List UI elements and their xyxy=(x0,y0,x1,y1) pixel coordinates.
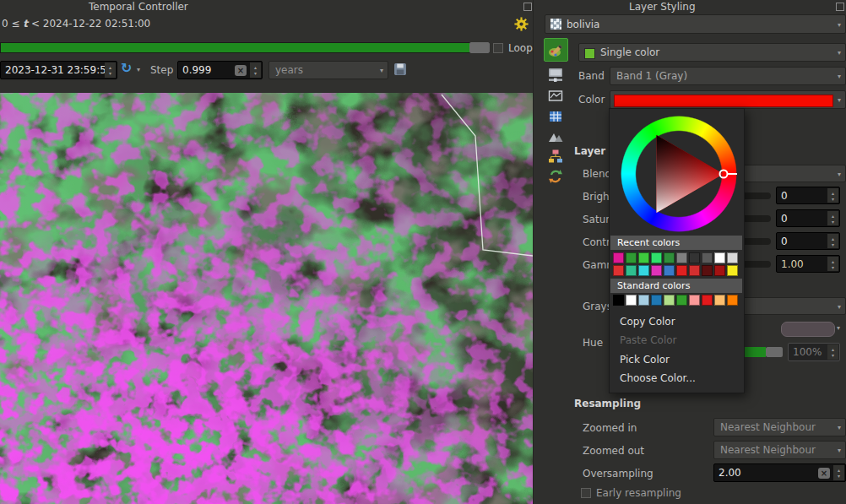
tab-histogram[interactable] xyxy=(544,85,567,107)
standard-colors-header: Standard colors xyxy=(610,279,742,293)
zoomed-out-value: Nearest Neighbour xyxy=(720,444,816,456)
brightness-spinbox[interactable]: 0 ▴▾ xyxy=(776,187,840,204)
color-swatch[interactable] xyxy=(638,265,649,276)
oversampling-spinbox[interactable]: 2.00 × ▴▾ xyxy=(713,463,846,482)
refresh-dropdown-arrow-icon[interactable]: ▾ xyxy=(137,66,140,73)
saturation-spinbox[interactable]: 0 ▴▾ xyxy=(776,209,840,227)
temporal-settings-gear-icon[interactable] xyxy=(514,17,529,35)
color-swatch[interactable] xyxy=(676,252,687,263)
early-resampling-label: Early resampling xyxy=(596,487,681,499)
brightness-spin-buttons[interactable]: ▴▾ xyxy=(827,188,838,203)
menu-item-pick-color[interactable]: Pick Color xyxy=(610,350,744,369)
tab-transparency[interactable] xyxy=(544,64,567,86)
color-swatch[interactable] xyxy=(664,265,675,276)
transparency-icon xyxy=(547,67,564,84)
color-swatch[interactable] xyxy=(702,252,713,263)
tab-history[interactable] xyxy=(544,165,567,187)
color-swatch[interactable] xyxy=(714,252,725,263)
renderer-combobox[interactable]: Single color ▾ xyxy=(578,43,846,62)
color-swatch[interactable] xyxy=(714,265,725,276)
grayscale-arrow-icon: ▾ xyxy=(838,302,841,310)
colorize-arrow-icon[interactable]: ▾ xyxy=(837,324,840,332)
color-swatch[interactable] xyxy=(727,265,738,276)
color-swatch[interactable] xyxy=(702,265,713,276)
history-arrows-icon xyxy=(547,168,564,185)
menu-item-choose-color[interactable]: Choose Color... xyxy=(610,369,744,387)
color-swatch[interactable] xyxy=(676,295,687,306)
export-animation-icon[interactable] xyxy=(393,62,407,79)
color-label: Color xyxy=(578,94,605,106)
step-unit-combobox[interactable]: years ▾ xyxy=(268,61,388,79)
color-swatch[interactable] xyxy=(651,295,662,306)
color-swatch[interactable] xyxy=(689,265,700,276)
oversampling-value: 2.00 xyxy=(719,467,741,479)
zoomed-in-combobox[interactable]: Nearest Neighbour ▾ xyxy=(713,418,846,436)
colorize-color-button[interactable] xyxy=(781,322,835,337)
color-swatch[interactable] xyxy=(689,295,700,306)
color-swatch[interactable] xyxy=(676,265,687,276)
step-spin-buttons[interactable]: ▴▾ xyxy=(250,62,261,78)
oversampling-clear-icon[interactable]: × xyxy=(818,468,830,479)
hue-strength-spin-buttons[interactable]: ▴▾ xyxy=(827,344,838,360)
color-swatch[interactable] xyxy=(638,295,649,306)
color-swatch[interactable] xyxy=(613,265,624,276)
hue-label: Hue xyxy=(583,337,603,349)
refresh-icon[interactable]: ↻ xyxy=(121,60,132,76)
timeline-slider-handle[interactable] xyxy=(469,42,490,53)
zoomed-out-label: Zoomed out xyxy=(583,445,644,457)
color-swatch[interactable] xyxy=(689,252,700,263)
contrast-spinbox[interactable]: 0 ▴▾ xyxy=(776,232,840,250)
menu-item-copy-color[interactable]: Copy Color xyxy=(610,312,744,331)
color-swatch[interactable] xyxy=(727,252,738,263)
color-swatch[interactable] xyxy=(714,295,725,306)
tab-symbology[interactable] xyxy=(544,38,568,62)
renderer-swatch xyxy=(584,48,595,59)
color-swatch[interactable] xyxy=(626,252,637,263)
step-input[interactable]: 0.999 × ▴▾ xyxy=(177,61,263,79)
color-swatch[interactable] xyxy=(626,295,637,306)
color-swatch[interactable] xyxy=(664,252,675,263)
loop-checkbox[interactable] xyxy=(493,43,503,53)
band-arrow-icon: ▾ xyxy=(838,73,841,80)
zoomed-out-combobox[interactable]: Nearest Neighbour ▾ xyxy=(713,441,846,459)
saturation-value-triangle[interactable] xyxy=(621,116,737,232)
hue-strength-handle[interactable] xyxy=(766,347,783,357)
gamma-spin-buttons[interactable]: ▴▾ xyxy=(827,257,838,271)
hue-strength-spinbox[interactable]: 100% ▴▾ xyxy=(788,343,840,361)
layer-selector-combobox[interactable]: bolivia ▾ xyxy=(545,14,846,34)
qgis-window: Temporal Controller 0 ≤ t < 2024-12-22 0… xyxy=(0,0,846,504)
gamma-value: 1.00 xyxy=(781,258,804,270)
band-combobox[interactable]: Band 1 (Gray) ▾ xyxy=(610,67,846,85)
tab-attribute-table[interactable] xyxy=(544,106,567,127)
step-clear-icon[interactable]: × xyxy=(235,65,247,76)
temporal-dock-icon[interactable] xyxy=(523,3,532,11)
blending-arrow-icon: ▾ xyxy=(838,170,841,177)
zoomed-in-arrow-icon: ▾ xyxy=(838,424,841,431)
oversampling-spin-buttons[interactable]: ▴▾ xyxy=(833,465,844,480)
saturation-spin-buttons[interactable]: ▴▾ xyxy=(827,211,838,225)
early-resampling-checkbox[interactable] xyxy=(581,488,591,498)
gamma-spinbox[interactable]: 1.00 ▴▾ xyxy=(776,255,840,273)
tab-legend[interactable] xyxy=(544,145,567,167)
color-swatch[interactable] xyxy=(664,295,675,306)
color-swatch[interactable] xyxy=(613,295,624,306)
color-swatch[interactable] xyxy=(626,265,637,276)
map-canvas[interactable] xyxy=(0,93,533,504)
color-swatch[interactable] xyxy=(727,295,738,306)
color-dropdown-button[interactable]: ▾ xyxy=(610,90,846,109)
step-label: Step xyxy=(150,64,173,76)
color-swatch[interactable] xyxy=(651,265,662,276)
layer-selector-value: bolivia xyxy=(567,19,599,30)
color-swatch[interactable] xyxy=(638,252,649,263)
styling-dock-icon[interactable] xyxy=(836,3,844,11)
recent-colors-header: Recent colors xyxy=(610,236,742,250)
color-swatch[interactable] xyxy=(651,252,662,263)
color-swatch[interactable] xyxy=(613,252,624,263)
color-swatch-bar xyxy=(614,95,833,107)
datetime-input[interactable]: 2023-12-31 23:59:59 ▴▾ xyxy=(0,61,117,79)
contrast-spin-buttons[interactable]: ▴▾ xyxy=(827,234,838,248)
zoomed-in-value: Nearest Neighbour xyxy=(720,421,816,433)
color-swatch[interactable] xyxy=(702,295,713,306)
saturation-value: 0 xyxy=(781,213,788,225)
datetime-spin-buttons[interactable]: ▴▾ xyxy=(105,62,116,78)
